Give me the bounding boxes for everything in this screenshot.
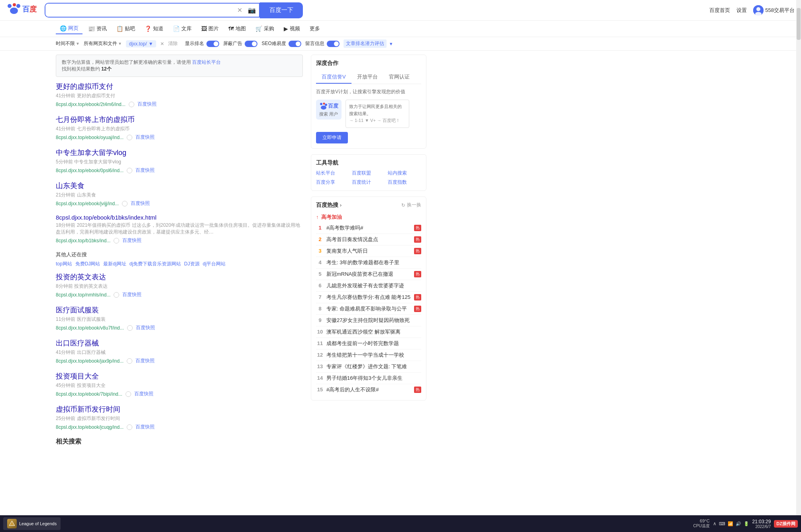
coop-tab-cert[interactable]: 官网认证 — [383, 71, 415, 84]
hot-item-3[interactable]: 3 复南复市人气听日 热 — [316, 245, 421, 257]
tool-nav-item-3[interactable]: 站内搜索 — [388, 170, 421, 177]
hot-item-15[interactable]: 15 #高考后的人生不设限# 热 — [316, 384, 421, 395]
tool-nav-item-2[interactable]: 百度联盟 — [352, 170, 385, 177]
circle-icon-10 — [127, 424, 132, 430]
hot-list-refresh[interactable]: ↻ 换一换 — [401, 202, 421, 208]
scroll-thumb[interactable] — [797, 8, 801, 40]
result-cache-7[interactable]: 百度快照 — [136, 324, 155, 331]
tab-zhidao[interactable]: ❓ 知道 — [141, 24, 167, 34]
result-meta-3: 5分钟前 中专生加拿大留学vlog — [56, 159, 303, 165]
hot-item-1[interactable]: 1 #高考数学难吗# 热 — [316, 222, 421, 234]
user-menu[interactable]: 558交易平台 — [753, 5, 795, 16]
taskbar-right: 69°C CPU温度 ∧ ⌨ 📶 🔊 🔋 21:03:29 2022/6/7 D… — [693, 518, 798, 529]
tool-nav-item-1[interactable]: 站长平台 — [316, 170, 349, 177]
scrollbar[interactable] — [796, 0, 801, 515]
result-title-5[interactable]: 8cpsl.djxx.top/ebook/b1bks/index.html — [56, 214, 157, 221]
tool-nav-item-4[interactable]: 百度分享 — [316, 179, 349, 186]
result-title-4[interactable]: 山东美食 — [56, 182, 84, 190]
result-url-row-4: 8cpsl.djxx.top/ebook/jvijj/ind... 百度快照 — [56, 200, 303, 207]
info-icon: 📰 — [88, 26, 95, 32]
result-item: 山东美食 21分钟前 山东美食 8cpsl.djxx.top/ebook/jvi… — [56, 181, 303, 207]
hot-item-2[interactable]: 2 高考首日奏发情况盘点 热 — [316, 234, 421, 245]
toggle-seo-switch[interactable] — [289, 41, 301, 47]
hot-item-5[interactable]: 5 新冠mRNA疫苗资本已在撤退 热 — [316, 269, 421, 280]
tool-nav-item-6[interactable]: 百度指数 — [388, 179, 421, 186]
refresh-icon: ↻ — [401, 202, 405, 208]
svg-point-12 — [321, 106, 326, 110]
result-cache-4[interactable]: 百度快照 — [131, 200, 150, 207]
platform-link[interactable]: 百度站长平台 — [192, 59, 221, 65]
result-cache-2[interactable]: 百度快照 — [135, 134, 155, 141]
hot-item-4[interactable]: 4 考生: 3年的数学难题都在卷子里 — [316, 257, 421, 269]
hot-top-item[interactable]: ↑ 高考加油 — [316, 212, 421, 222]
result-title-10[interactable]: 虚拟币新币发行时间 — [56, 405, 120, 413]
hot-item-6[interactable]: 6 儿媳意外发现被子有去世婆婆字迹 — [316, 280, 421, 292]
clear-filter[interactable]: ✕ — [160, 41, 164, 47]
taskbar-app-lol[interactable]: League of Legends — [3, 517, 61, 530]
header: 百 度 site:djxx.top/ ✕ 📷 百度一下 百度首页 设置 558交… — [0, 0, 801, 21]
hot-item-11[interactable]: 11 成都考生提前一小时答完数学题 — [316, 338, 421, 349]
result-title-1[interactable]: 更好的虚拟币支付 — [56, 82, 113, 90]
result-cache-10[interactable]: 百度快照 — [135, 424, 155, 430]
toggle-block-ads-switch[interactable] — [245, 41, 257, 47]
search-input[interactable]: site:djxx.top/ — [45, 4, 235, 17]
result-cache-3[interactable]: 百度快照 — [135, 167, 155, 174]
result-cache-1[interactable]: 百度快照 — [137, 101, 157, 108]
others-link-5[interactable]: DJ资源 — [184, 261, 200, 267]
toggle-message-switch[interactable] — [327, 41, 340, 47]
coop-tab-xinyu[interactable]: 百度信誉V — [316, 71, 351, 84]
result-cache-5[interactable]: 百度快照 — [122, 237, 141, 244]
others-link-2[interactable]: 免费DJ网站 — [75, 261, 100, 267]
tab-video[interactable]: ▶ 视频 — [280, 24, 304, 34]
nav-home-link[interactable]: 百度首页 — [709, 7, 730, 14]
result-title-8[interactable]: 出口医疗器械 — [56, 339, 99, 347]
others-link-3[interactable]: 最新dj网址 — [103, 261, 126, 267]
camera-icon[interactable]: 📷 — [245, 6, 259, 14]
toggle-show-rank-switch[interactable] — [206, 41, 219, 47]
result-item: 虚拟币新币发行时间 25分钟前 虚拟币新币发行时间 8cpsl.djxx.top… — [56, 404, 303, 430]
hot-item-9[interactable]: 9 安徽27岁女主持住院时疑因药物致死 — [316, 315, 421, 326]
tab-more[interactable]: 更多 — [306, 24, 324, 34]
tab-wenku[interactable]: 📄 文库 — [169, 24, 196, 34]
tab-map[interactable]: 🗺 地图 — [224, 24, 250, 34]
search-button[interactable]: 百度一下 — [260, 2, 303, 18]
result-title-3[interactable]: 中专生加拿大留学vlog — [56, 149, 126, 157]
result-title-6[interactable]: 投资的英文表达 — [56, 273, 106, 281]
others-link-1[interactable]: top网站 — [56, 261, 72, 267]
result-cache-8[interactable]: 百度快照 — [135, 357, 155, 364]
others-link-4[interactable]: dj免费下载音乐资源网站 — [130, 261, 181, 267]
toggle-message: 留言信息 — [305, 40, 340, 47]
hot-item-13[interactable]: 13 专家评《红楼梦》进作文题: 下笔难 — [316, 361, 421, 373]
result-title-7[interactable]: 医疗面试服装 — [56, 306, 99, 314]
hot-item-12[interactable]: 12 考生错把第十一中学当成十一学校 — [316, 349, 421, 361]
result-item: 投资项目大全 45分钟前 投资项目大全 8cpsl.djxx.top/ebook… — [56, 371, 303, 397]
logo-icon: 百 度 — [6, 3, 38, 18]
hot-item-7[interactable]: 7 考生凡尔赛估数学分:有点难 能考125 热 — [316, 292, 421, 303]
map-icon: 🗺 — [228, 26, 234, 32]
apply-button[interactable]: 立即申请 — [316, 132, 348, 143]
tab-tieba[interactable]: 📋 贴吧 — [112, 24, 139, 34]
wifi-icon: 📶 — [728, 521, 733, 526]
coop-desc: 百度开放V计划，让搜索引擎发现您的价值 — [316, 88, 421, 96]
time-filter[interactable]: 时间不限 ▼ — [56, 40, 80, 47]
result-cache-6[interactable]: 百度快照 — [122, 291, 141, 298]
settings-link[interactable]: 设置 — [736, 7, 747, 14]
tab-info[interactable]: 📰 资讯 — [84, 24, 111, 34]
filetype-filter[interactable]: 所有网页和文件 ▼ — [84, 40, 122, 47]
result-cache-9[interactable]: 百度快照 — [134, 391, 153, 397]
hot-item-10[interactable]: 10 澳军机通近西沙领空 解放军驱离 — [316, 326, 421, 338]
tab-caigou[interactable]: 🛒 采购 — [251, 24, 278, 34]
tool-nav-item-5[interactable]: 百度统计 — [352, 179, 385, 186]
hot-item-14[interactable]: 14 男子结婚16年得知3个女儿非亲生 — [316, 373, 421, 384]
clear-icon[interactable]: ✕ — [235, 6, 245, 14]
result-title-2[interactable]: 七月份即将上市的虚拟币 — [56, 116, 135, 124]
hot-list-title-area: 百度热搜 › — [316, 202, 342, 209]
tab-web[interactable]: 🌐 网页 — [56, 23, 82, 34]
circle-icon-8 — [127, 358, 132, 364]
tab-image[interactable]: 🖼 图片 — [197, 24, 223, 34]
coop-tab-open[interactable]: 开放平台 — [351, 71, 383, 84]
result-title-9[interactable]: 投资项目大全 — [56, 372, 99, 380]
others-link-6[interactable]: dj平台网站 — [203, 261, 226, 267]
result-item: 更好的虚拟币支付 41分钟前 更好的虚拟币支付 8cpsl.djxx.top/e… — [56, 82, 303, 108]
hot-item-8[interactable]: 8 专家: 命题难易度不影响录取与公平 热 — [316, 303, 421, 315]
